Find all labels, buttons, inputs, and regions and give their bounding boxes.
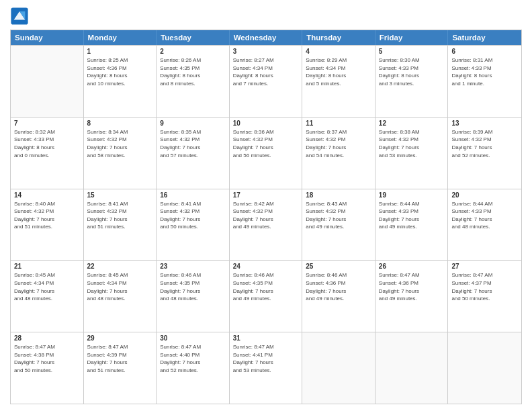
day-number: 27	[451, 263, 518, 270]
day-info: Sunrise: 8:47 AMSunset: 4:36 PMDaylight:…	[379, 271, 445, 302]
day-number: 15	[87, 191, 153, 199]
calendar-cell	[302, 332, 375, 404]
calendar-cell: 23Sunrise: 8:46 AMSunset: 4:35 PMDayligh…	[157, 261, 230, 332]
calendar-row: 21Sunrise: 8:45 AMSunset: 4:34 PMDayligh…	[11, 260, 521, 332]
day-info: Sunrise: 8:47 AMSunset: 4:39 PMDaylight:…	[87, 343, 153, 374]
day-info: Sunrise: 8:47 AMSunset: 4:40 PMDaylight:…	[160, 343, 226, 374]
day-info: Sunrise: 8:32 AMSunset: 4:33 PMDaylight:…	[14, 128, 80, 159]
calendar-row: 7Sunrise: 8:32 AMSunset: 4:33 PMDaylight…	[11, 117, 521, 189]
calendar-cell: 10Sunrise: 8:36 AMSunset: 4:32 PMDayligh…	[230, 118, 303, 189]
calendar-cell: 29Sunrise: 8:47 AMSunset: 4:39 PMDayligh…	[84, 332, 157, 404]
calendar-cell	[375, 332, 449, 404]
calendar-cell: 18Sunrise: 8:43 AMSunset: 4:32 PMDayligh…	[302, 189, 375, 261]
calendar-cell: 4Sunrise: 8:29 AMSunset: 4:34 PMDaylight…	[302, 46, 375, 117]
calendar-cell: 26Sunrise: 8:47 AMSunset: 4:36 PMDayligh…	[375, 261, 449, 332]
day-info: Sunrise: 8:39 AMSunset: 4:32 PMDaylight:…	[451, 128, 518, 159]
calendar-row: 28Sunrise: 8:47 AMSunset: 4:38 PMDayligh…	[11, 332, 521, 404]
day-number: 17	[233, 191, 299, 199]
calendar-cell: 13Sunrise: 8:39 AMSunset: 4:32 PMDayligh…	[448, 118, 521, 189]
weekday-header: Sunday	[11, 30, 84, 45]
day-info: Sunrise: 8:34 AMSunset: 4:32 PMDaylight:…	[87, 128, 153, 159]
calendar-cell: 24Sunrise: 8:46 AMSunset: 4:35 PMDayligh…	[230, 261, 303, 332]
weekday-header: Thursday	[302, 30, 375, 45]
day-info: Sunrise: 8:41 AMSunset: 4:32 PMDaylight:…	[87, 200, 153, 231]
calendar-cell: 17Sunrise: 8:42 AMSunset: 4:32 PMDayligh…	[230, 189, 303, 261]
day-info: Sunrise: 8:45 AMSunset: 4:34 PMDaylight:…	[87, 271, 153, 302]
calendar-row: 1Sunrise: 8:25 AMSunset: 4:36 PMDaylight…	[11, 45, 521, 117]
calendar-cell: 12Sunrise: 8:38 AMSunset: 4:32 PMDayligh…	[375, 118, 449, 189]
calendar-cell	[448, 332, 521, 404]
calendar-cell: 20Sunrise: 8:44 AMSunset: 4:33 PMDayligh…	[448, 189, 521, 261]
day-number: 25	[306, 263, 371, 270]
calendar-cell: 25Sunrise: 8:46 AMSunset: 4:36 PMDayligh…	[302, 261, 375, 332]
day-info: Sunrise: 8:46 AMSunset: 4:36 PMDaylight:…	[306, 271, 371, 302]
day-info: Sunrise: 8:46 AMSunset: 4:35 PMDaylight:…	[160, 271, 226, 302]
day-info: Sunrise: 8:41 AMSunset: 4:32 PMDaylight:…	[160, 200, 226, 231]
calendar-cell: 1Sunrise: 8:25 AMSunset: 4:36 PMDaylight…	[84, 46, 157, 117]
day-number: 28	[14, 334, 80, 342]
day-number: 22	[87, 263, 153, 270]
day-number: 8	[87, 120, 153, 127]
calendar: SundayMondayTuesdayWednesdayThursdayFrid…	[10, 30, 522, 404]
day-info: Sunrise: 8:37 AMSunset: 4:32 PMDaylight:…	[306, 128, 371, 159]
day-number: 5	[379, 48, 445, 55]
weekday-header: Monday	[84, 30, 157, 45]
day-info: Sunrise: 8:45 AMSunset: 4:34 PMDaylight:…	[14, 271, 80, 302]
day-number: 12	[379, 120, 445, 127]
day-number: 24	[233, 263, 299, 270]
calendar-cell: 31Sunrise: 8:47 AMSunset: 4:41 PMDayligh…	[230, 332, 303, 404]
day-info: Sunrise: 8:46 AMSunset: 4:35 PMDaylight:…	[233, 271, 299, 302]
day-number: 4	[306, 48, 371, 55]
day-info: Sunrise: 8:35 AMSunset: 4:32 PMDaylight:…	[160, 128, 226, 159]
day-info: Sunrise: 8:38 AMSunset: 4:32 PMDaylight:…	[379, 128, 445, 159]
weekday-header: Friday	[375, 30, 449, 45]
day-number: 9	[160, 120, 226, 127]
day-info: Sunrise: 8:29 AMSunset: 4:34 PMDaylight:…	[306, 56, 371, 87]
calendar-body: 1Sunrise: 8:25 AMSunset: 4:36 PMDaylight…	[11, 45, 521, 404]
day-info: Sunrise: 8:47 AMSunset: 4:41 PMDaylight:…	[233, 343, 299, 374]
calendar-cell: 3Sunrise: 8:27 AMSunset: 4:34 PMDaylight…	[230, 46, 303, 117]
day-number: 1	[87, 48, 153, 55]
day-number: 10	[233, 120, 299, 127]
day-info: Sunrise: 8:44 AMSunset: 4:33 PMDaylight:…	[379, 200, 445, 231]
day-number: 3	[233, 48, 299, 55]
calendar-cell: 16Sunrise: 8:41 AMSunset: 4:32 PMDayligh…	[157, 189, 230, 261]
day-info: Sunrise: 8:31 AMSunset: 4:33 PMDaylight:…	[451, 56, 518, 87]
day-info: Sunrise: 8:42 AMSunset: 4:32 PMDaylight:…	[233, 200, 299, 231]
day-number: 20	[451, 191, 518, 199]
day-info: Sunrise: 8:30 AMSunset: 4:33 PMDaylight:…	[379, 56, 445, 87]
day-info: Sunrise: 8:40 AMSunset: 4:32 PMDaylight:…	[14, 200, 80, 231]
day-number: 13	[451, 120, 518, 127]
day-info: Sunrise: 8:25 AMSunset: 4:36 PMDaylight:…	[87, 56, 153, 87]
weekday-header: Wednesday	[230, 30, 303, 45]
calendar-cell: 7Sunrise: 8:32 AMSunset: 4:33 PMDaylight…	[11, 118, 84, 189]
calendar-cell: 30Sunrise: 8:47 AMSunset: 4:40 PMDayligh…	[157, 332, 230, 404]
calendar-cell: 28Sunrise: 8:47 AMSunset: 4:38 PMDayligh…	[11, 332, 84, 404]
calendar-cell: 22Sunrise: 8:45 AMSunset: 4:34 PMDayligh…	[84, 261, 157, 332]
day-number: 11	[306, 120, 371, 127]
calendar-row: 14Sunrise: 8:40 AMSunset: 4:32 PMDayligh…	[11, 189, 521, 261]
day-info: Sunrise: 8:43 AMSunset: 4:32 PMDaylight:…	[306, 200, 371, 231]
day-info: Sunrise: 8:47 AMSunset: 4:37 PMDaylight:…	[451, 271, 518, 302]
calendar-cell: 6Sunrise: 8:31 AMSunset: 4:33 PMDaylight…	[448, 46, 521, 117]
logo	[10, 7, 30, 26]
calendar-cell: 21Sunrise: 8:45 AMSunset: 4:34 PMDayligh…	[11, 261, 84, 332]
header	[10, 7, 522, 26]
day-info: Sunrise: 8:26 AMSunset: 4:35 PMDaylight:…	[160, 56, 226, 87]
calendar-cell: 14Sunrise: 8:40 AMSunset: 4:32 PMDayligh…	[11, 189, 84, 261]
day-number: 30	[160, 334, 226, 342]
day-number: 7	[14, 120, 80, 127]
logo-icon	[10, 7, 29, 26]
calendar-cell: 5Sunrise: 8:30 AMSunset: 4:33 PMDaylight…	[375, 46, 449, 117]
day-number: 23	[160, 263, 226, 270]
weekday-header: Tuesday	[157, 30, 230, 45]
day-number: 16	[160, 191, 226, 199]
calendar-cell: 15Sunrise: 8:41 AMSunset: 4:32 PMDayligh…	[84, 189, 157, 261]
calendar-cell: 19Sunrise: 8:44 AMSunset: 4:33 PMDayligh…	[375, 189, 449, 261]
calendar-cell: 27Sunrise: 8:47 AMSunset: 4:37 PMDayligh…	[448, 261, 521, 332]
day-number: 26	[379, 263, 445, 270]
calendar-cell: 8Sunrise: 8:34 AMSunset: 4:32 PMDaylight…	[84, 118, 157, 189]
day-info: Sunrise: 8:47 AMSunset: 4:38 PMDaylight:…	[14, 343, 80, 374]
calendar-cell: 2Sunrise: 8:26 AMSunset: 4:35 PMDaylight…	[157, 46, 230, 117]
day-number: 14	[14, 191, 80, 199]
